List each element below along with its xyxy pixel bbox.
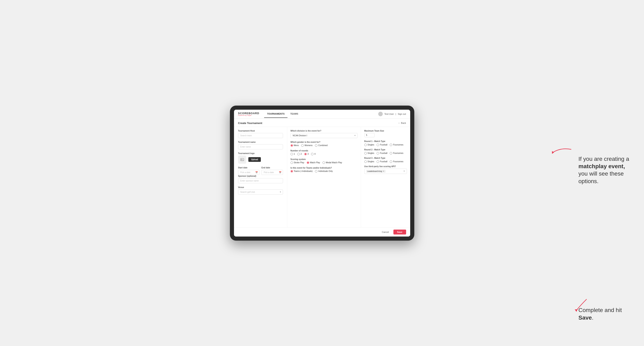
scoring-group: Scoring system Stroke Play Match Play [290, 158, 358, 164]
round2-foursomes[interactable]: Foursomes [390, 152, 403, 155]
nav-tournaments[interactable]: TOURNAMENTS [264, 110, 287, 118]
annotation-right-text1: If you are creating a [578, 156, 629, 162]
sponsor-input[interactable] [238, 178, 283, 183]
round1-singles[interactable]: Singles [364, 144, 374, 146]
gender-combined[interactable]: Combined [315, 144, 328, 147]
venue-select-wrapper: ▼ [238, 189, 283, 194]
round3-singles-radio[interactable] [364, 161, 367, 163]
tablet-screen: SCOREBOARD Powered by clippit TOURNAMENT… [234, 110, 410, 236]
nav-teams[interactable]: TEAMS [288, 110, 301, 118]
tournament-host-label: Tournament Host [238, 130, 283, 132]
api-select-wrapper[interactable]: Leaderboard King ✕ ▼ [364, 169, 407, 174]
back-button[interactable]: ← Back [398, 122, 406, 124]
form-middle-column: Which division is the event for? NCAA Di… [287, 127, 361, 227]
svg-rect-0 [240, 158, 244, 161]
gender-womens-radio[interactable] [301, 144, 304, 147]
round2-singles-label: Singles [368, 152, 374, 154]
save-button[interactable]: Save [394, 230, 406, 234]
round2-foursomes-radio[interactable] [390, 152, 392, 155]
top-nav: SCOREBOARD Powered by clippit TOURNAMENT… [234, 110, 410, 119]
individuals-only-radio[interactable] [315, 170, 318, 173]
venue-input[interactable] [238, 189, 283, 194]
svg-point-1 [241, 159, 242, 160]
round1-singles-radio[interactable] [364, 144, 367, 146]
rounds-1[interactable]: 1 [290, 153, 295, 155]
tournament-host-input[interactable] [238, 133, 283, 138]
rounds-group: Number of rounds 1 2 [290, 150, 358, 155]
rounds-1-radio[interactable] [290, 153, 293, 155]
venue-label: Venue [238, 186, 283, 188]
round3-foursomes[interactable]: Foursomes [390, 161, 403, 163]
cancel-button[interactable]: Cancel [380, 230, 391, 234]
tablet-frame: SCOREBOARD Powered by clippit TOURNAMENT… [230, 106, 414, 241]
start-date-input[interactable] [238, 170, 260, 175]
gender-womens[interactable]: Womens [301, 144, 312, 147]
round1-foursomes[interactable]: Foursomes [390, 144, 403, 146]
round3-singles-label: Singles [368, 161, 374, 163]
nav-links: TOURNAMENTS TEAMS [264, 110, 378, 118]
rounds-4[interactable]: 4 [311, 153, 316, 155]
logo-placeholder [238, 156, 246, 164]
upload-button[interactable]: Upload [248, 157, 261, 162]
end-date-group: End date 📅 [262, 167, 283, 175]
logo-upload-area: Upload [238, 156, 283, 164]
scoring-match-play[interactable]: Match Play [307, 162, 320, 164]
round1-foursomes-radio[interactable] [390, 144, 392, 146]
rounds-2[interactable]: 2 [297, 153, 302, 155]
round2-fourball-label: Fourball [380, 152, 387, 154]
individuals-only[interactable]: Individuals Only [315, 170, 333, 173]
division-select-wrapper: NCAA Division I NCAA Division II NCAA Di… [290, 133, 358, 138]
svg-marker-3 [575, 309, 578, 312]
max-team-size-input[interactable]: 5 [364, 133, 374, 137]
round2-foursomes-label: Foursomes [393, 152, 403, 154]
rounds-radio-group: 1 2 3 4 [290, 153, 358, 155]
start-date-label: Start date [238, 167, 260, 169]
individuals-only-label: Individuals Only [318, 170, 333, 172]
tournament-name-input[interactable] [238, 144, 283, 149]
round3-label: Round 3 - Match Type [364, 157, 407, 159]
scoring-stroke-play[interactable]: Stroke Play [290, 162, 304, 164]
scoring-match-play-radio[interactable] [307, 162, 309, 164]
rounds-2-radio[interactable] [297, 153, 300, 155]
annotation-bottom-text2: . [592, 315, 594, 321]
round2-fourball[interactable]: Fourball [376, 152, 387, 155]
third-party-api-group: Use third-party live scoring API? Leader… [364, 165, 407, 174]
rounds-3-radio[interactable] [304, 153, 307, 155]
gender-radio-group: Mens Womens Combined [290, 144, 358, 147]
rounds-3[interactable]: 3 [304, 153, 309, 155]
round1-fourball-radio[interactable] [376, 144, 379, 146]
annotation-right-bold: matchplay event, [578, 163, 625, 170]
round2-label: Round 2 - Match Type [364, 149, 407, 151]
round2-fourball-radio[interactable] [376, 152, 379, 155]
round1-fourball[interactable]: Fourball [376, 144, 387, 146]
teams-plus-individuals[interactable]: Teams (+Individuals) [290, 170, 313, 173]
round3-singles[interactable]: Singles [364, 161, 374, 163]
round3-foursomes-radio[interactable] [390, 161, 392, 163]
scoring-medal-match-play[interactable]: Medal Match Play [322, 162, 342, 164]
round3-fourball-radio[interactable] [376, 161, 379, 163]
teams-individuals-label: Is this event for Teams and/or Individua… [290, 167, 358, 169]
api-tag-close[interactable]: ✕ [383, 170, 384, 172]
gender-mens-radio[interactable] [290, 144, 293, 147]
round1-singles-label: Singles [368, 144, 374, 146]
teams-plus-individuals-radio[interactable] [290, 170, 293, 173]
round3-match-type: Round 3 - Match Type Singles Fourball [364, 157, 407, 163]
scoring-medal-match-play-radio[interactable] [322, 162, 325, 164]
round2-singles[interactable]: Singles [364, 152, 374, 155]
start-date-group: Start date 📅 [238, 167, 260, 175]
gender-mens[interactable]: Mens [290, 144, 299, 147]
max-team-size-group: Maximum Team Size 5 [364, 130, 407, 137]
round1-foursomes-label: Foursomes [393, 144, 403, 146]
rounds-4-radio[interactable] [311, 153, 314, 155]
division-select[interactable]: NCAA Division I NCAA Division II NCAA Di… [290, 133, 358, 138]
rounds-1-label: 1 [294, 153, 295, 155]
round2-singles-radio[interactable] [364, 152, 367, 155]
gender-combined-radio[interactable] [315, 144, 318, 147]
round3-fourball[interactable]: Fourball [376, 161, 387, 163]
scoring-radio-group: Stroke Play Match Play Medal Match Play [290, 162, 358, 164]
sponsor-label: Sponsor (optional) [238, 175, 283, 177]
sign-out-link[interactable]: Sign out [398, 113, 406, 115]
division-label: Which division is the event for? [290, 130, 358, 132]
scoring-stroke-play-radio[interactable] [290, 162, 293, 164]
end-date-input[interactable] [262, 170, 283, 175]
